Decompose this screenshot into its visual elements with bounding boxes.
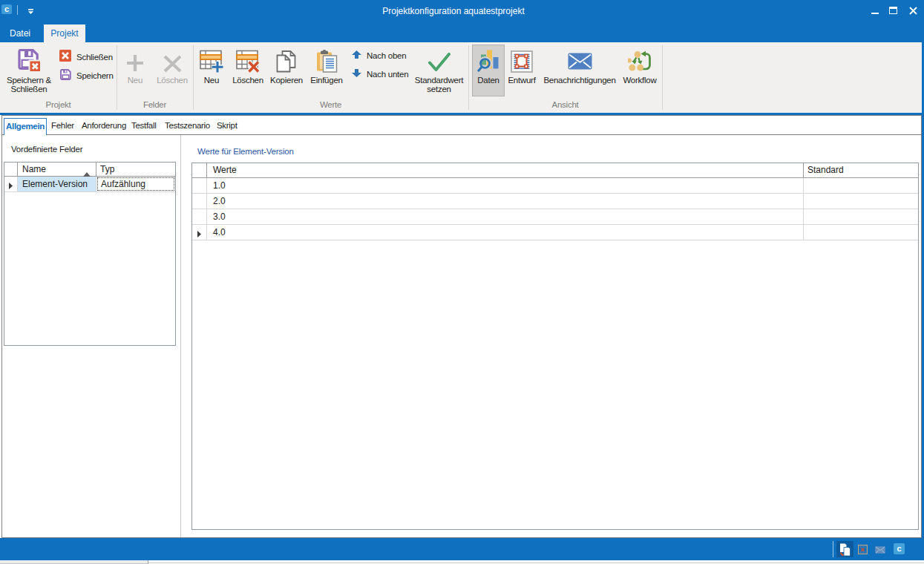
- daten-button[interactable]: Daten: [472, 45, 505, 96]
- button-label: Löschen: [227, 76, 269, 85]
- values-table-header: Werte Standard: [192, 163, 918, 178]
- nach-unten-button[interactable]: Nach unten: [352, 69, 408, 79]
- cell-werte[interactable]: 2.0: [207, 194, 804, 209]
- column-header-standard[interactable]: Standard: [804, 163, 918, 177]
- cell-standard[interactable]: [804, 194, 918, 209]
- button-label: Nach unten: [367, 70, 408, 79]
- left-panel-caption: Vordefinierte Felder: [11, 145, 82, 154]
- table-row[interactable]: 3.0: [192, 209, 918, 225]
- status-form-button[interactable]: [858, 545, 868, 557]
- button-label: Benachrichtigungen: [542, 76, 617, 85]
- data-search-icon: [472, 45, 505, 73]
- button-label: Löschen: [154, 76, 191, 85]
- table-row[interactable]: 2.0: [192, 194, 918, 209]
- row-indicator-cell: [192, 194, 207, 209]
- doc-tabs-underline: [2, 134, 921, 135]
- copy-icon: [266, 45, 307, 73]
- design-icon: [505, 45, 538, 73]
- button-label: Einfügen: [306, 76, 347, 85]
- button-label: Standardwert setzen: [410, 76, 468, 94]
- maximize-icon[interactable]: [889, 7, 897, 14]
- cell-standard[interactable]: [804, 209, 918, 224]
- close-icon[interactable]: [909, 7, 917, 17]
- felder-loeschen-button[interactable]: Löschen: [154, 45, 191, 96]
- cell-werte[interactable]: 3.0: [207, 209, 804, 224]
- ribbon-tab-row: Datei Projekt: [0, 24, 924, 42]
- button-label: Speichern: [76, 71, 114, 80]
- einfuegen-button[interactable]: Einfügen: [306, 45, 347, 96]
- button-label: Kopieren: [266, 76, 307, 85]
- desktop-strip-left: [0, 560, 148, 564]
- table-row[interactable]: 1.0: [192, 178, 918, 194]
- group-label-projekt: Projekt: [0, 100, 117, 111]
- sync-documents-icon: [839, 543, 851, 556]
- table-row[interactable]: Element-Version Aufzählung: [4, 177, 175, 192]
- button-label: Speichern & Schließen: [3, 76, 55, 94]
- button-label: Neu: [194, 76, 229, 85]
- ribbon-tab-projekt[interactable]: Projekt: [44, 24, 85, 42]
- ribbon: Speichern & Schließen Schließen Speicher…: [0, 42, 924, 113]
- felder-neu-button[interactable]: Neu: [117, 45, 153, 96]
- x-icon: [154, 45, 191, 73]
- mail-muted-icon: [875, 546, 885, 554]
- row-indicator-cell: [192, 178, 207, 193]
- werte-neu-button[interactable]: Neu: [194, 45, 229, 96]
- tab-fehler[interactable]: Fehler: [51, 121, 74, 130]
- desktop-strip-line: [148, 563, 924, 563]
- standardwert-setzen-button[interactable]: Standardwert setzen: [410, 45, 468, 96]
- status-app-logo-icon[interactable]: c: [894, 543, 905, 554]
- tab-testfall[interactable]: Testfall: [131, 121, 156, 130]
- cell-werte[interactable]: 1.0: [207, 178, 804, 193]
- werte-loeschen-button[interactable]: Löschen: [227, 45, 269, 96]
- save-icon: [60, 69, 71, 82]
- row-marker-icon: [9, 181, 13, 191]
- arrow-down-icon: [352, 69, 361, 79]
- table-delete-icon: [227, 45, 269, 73]
- button-label: Schließen: [76, 53, 113, 62]
- values-table: Werte Standard 1.0 2.0 3.0 4.0: [191, 163, 919, 530]
- status-sync-documents-button[interactable]: [836, 541, 853, 557]
- cell-standard[interactable]: [804, 225, 918, 240]
- tab-allgemein[interactable]: Allgemein: [4, 118, 47, 135]
- save-close-icon: [3, 45, 55, 73]
- save-button[interactable]: Speichern: [60, 69, 114, 82]
- ribbon-tab-datei[interactable]: Datei: [4, 24, 36, 42]
- fields-table: Name Typ Element-Version Aufzählung: [4, 162, 176, 346]
- tab-testszenario[interactable]: Testszenario: [165, 121, 210, 130]
- save-and-close-button[interactable]: Speichern & Schließen: [3, 45, 55, 96]
- group-label-ansicht: Ansicht: [468, 100, 662, 111]
- close-project-button[interactable]: Schließen: [59, 50, 113, 64]
- close-project-icon: [59, 50, 71, 64]
- column-header-name[interactable]: Name: [18, 163, 96, 176]
- row-marker-icon: [197, 229, 201, 240]
- row-indicator-cell: [4, 177, 18, 191]
- button-label: Neu: [117, 76, 153, 85]
- row-header-cell: [4, 163, 18, 176]
- tab-skript[interactable]: Skript: [217, 121, 237, 130]
- arrow-up-icon: [352, 50, 361, 61]
- cell-werte[interactable]: 4.0: [207, 225, 804, 240]
- workflow-button[interactable]: Workflow: [622, 45, 658, 96]
- cell-name[interactable]: Element-Version: [18, 177, 96, 191]
- fields-table-header: Name Typ: [4, 163, 175, 177]
- cell-typ[interactable]: Aufzählung: [96, 177, 175, 191]
- paste-icon: [306, 45, 347, 73]
- group-label-felder: Felder: [117, 100, 193, 111]
- nach-oben-button[interactable]: Nach oben: [352, 50, 406, 61]
- benachrichtigungen-button[interactable]: Benachrichtigungen: [542, 45, 617, 96]
- column-header-werte[interactable]: Werte: [207, 163, 804, 177]
- form-x-icon: [858, 545, 868, 554]
- entwurf-button[interactable]: Entwurf: [505, 45, 538, 96]
- group-label-werte: Werte: [193, 100, 468, 111]
- cell-standard[interactable]: [804, 178, 918, 193]
- table-add-icon: [194, 45, 229, 73]
- checkmark-icon: [410, 45, 468, 73]
- status-mail-button[interactable]: [875, 545, 885, 556]
- workflow-icon: [622, 45, 658, 73]
- minimize-icon[interactable]: [871, 13, 879, 14]
- column-header-typ[interactable]: Typ: [96, 163, 175, 176]
- table-row[interactable]: 4.0: [192, 225, 918, 240]
- kopieren-button[interactable]: Kopieren: [266, 45, 307, 96]
- tab-anforderung[interactable]: Anforderung: [82, 121, 126, 130]
- panel-splitter[interactable]: [180, 135, 181, 537]
